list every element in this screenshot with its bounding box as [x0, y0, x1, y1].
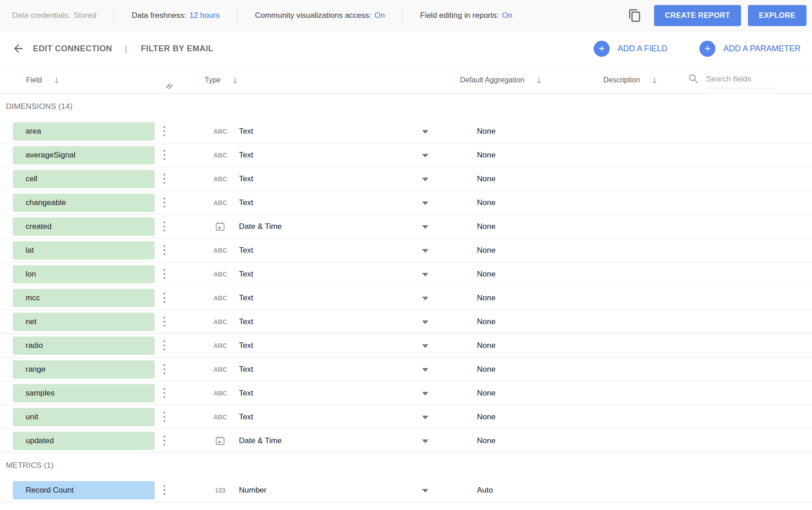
more-options-icon[interactable] [161, 363, 168, 375]
more-options-icon[interactable] [161, 149, 168, 161]
type-select-label[interactable]: Text [239, 365, 253, 374]
column-resize-handle[interactable] [166, 83, 173, 91]
type-select-label[interactable]: Text [239, 198, 253, 207]
field-chip[interactable]: range [13, 360, 155, 379]
type-dropdown-caret-icon[interactable] [422, 201, 428, 205]
type-icon: 123 [210, 486, 231, 494]
aggregation-value[interactable]: None [477, 293, 496, 303]
aggregation-value[interactable]: None [477, 174, 496, 184]
more-options-icon[interactable] [161, 220, 168, 233]
status-value-link[interactable]: On [502, 11, 513, 20]
type-select-label[interactable]: Text [239, 174, 253, 184]
field-chip[interactable]: radio [13, 336, 155, 355]
type-select-label[interactable]: Date & Time [239, 222, 282, 231]
more-options-icon[interactable] [161, 244, 168, 256]
type-select-label[interactable]: Text [239, 293, 253, 303]
type-dropdown-caret-icon[interactable] [422, 344, 428, 348]
field-chip[interactable]: unit [13, 408, 155, 426]
type-dropdown-caret-icon[interactable] [422, 320, 428, 324]
field-chip[interactable]: cell [13, 170, 155, 188]
type-select-label[interactable]: Text [239, 412, 253, 422]
type-select-label[interactable]: Text [239, 127, 253, 136]
copy-icon[interactable] [628, 9, 642, 22]
field-chip[interactable]: averageSignal [13, 146, 155, 164]
more-options-icon[interactable] [161, 292, 168, 304]
field-chip[interactable]: Record Count [13, 481, 155, 499]
more-options-icon[interactable] [161, 196, 168, 209]
more-options-icon[interactable] [161, 125, 168, 137]
type-icon-text: ABC [213, 294, 227, 302]
field-chip[interactable]: created [13, 217, 155, 236]
add-a-field-button[interactable]: + ADD A FIELD [594, 41, 667, 57]
aggregation-value[interactable]: None [477, 412, 496, 422]
type-dropdown-caret-icon[interactable] [422, 154, 428, 157]
sort-icon-description[interactable]: ↓ [651, 75, 658, 85]
field-chip[interactable]: updated [13, 432, 155, 450]
aggregation-value[interactable]: None [477, 389, 496, 398]
type-dropdown-caret-icon[interactable] [422, 273, 428, 277]
type-dropdown-caret-icon[interactable] [422, 297, 428, 300]
status-value-link[interactable]: On [374, 11, 385, 20]
more-options-icon[interactable] [161, 387, 168, 399]
add-a-field-label: ADD A FIELD [617, 44, 667, 54]
aggregation-value[interactable]: Auto [477, 486, 493, 495]
type-select-label[interactable]: Text [239, 246, 253, 255]
aggregation-value[interactable]: None [477, 151, 496, 160]
sort-icon-type[interactable]: ↓ [232, 75, 239, 85]
field-row: averageSignal ABC Text None [0, 143, 812, 167]
more-options-icon[interactable] [161, 268, 168, 280]
status-value: Stored [74, 11, 97, 20]
more-options-icon[interactable] [161, 484, 168, 496]
type-select-label[interactable]: Text [239, 389, 253, 398]
type-dropdown-caret-icon[interactable] [422, 249, 428, 253]
explore-button[interactable]: EXPLORE [748, 5, 807, 26]
type-dropdown-caret-icon[interactable] [422, 392, 428, 396]
aggregation-value[interactable]: None [477, 246, 496, 255]
type-select-label[interactable]: Text [239, 270, 253, 279]
type-select-label[interactable]: Date & Time [239, 436, 282, 445]
edit-connection-button[interactable]: EDIT CONNECTION [33, 44, 112, 54]
filter-by-email-button[interactable]: FILTER BY EMAIL [141, 44, 213, 54]
field-chip[interactable]: samples [13, 384, 155, 402]
type-icon-text: ABC [213, 318, 227, 326]
field-chip[interactable]: area [13, 122, 155, 141]
type-select-label[interactable]: Text [239, 151, 253, 160]
column-header-type-label: Type [205, 76, 221, 84]
aggregation-value[interactable]: None [477, 436, 496, 445]
aggregation-value[interactable]: None [477, 127, 496, 136]
field-row: area ABC Text None [0, 119, 812, 143]
type-select-label[interactable]: Text [239, 317, 253, 326]
search-fields-input[interactable] [706, 72, 776, 88]
field-chip[interactable]: changeable [13, 194, 155, 212]
more-options-icon[interactable] [161, 315, 168, 328]
aggregation-value[interactable]: None [477, 222, 496, 231]
type-select-label[interactable]: Number [239, 486, 266, 495]
type-dropdown-caret-icon[interactable] [422, 489, 428, 493]
type-dropdown-caret-icon[interactable] [422, 368, 428, 372]
field-chip[interactable]: lon [13, 265, 155, 283]
status-value-link[interactable]: 12 hours [189, 11, 220, 20]
aggregation-value[interactable]: None [477, 198, 496, 207]
back-arrow-icon[interactable] [12, 42, 25, 55]
field-chip[interactable]: mcc [13, 289, 155, 307]
create-report-button[interactable]: CREATE REPORT [654, 5, 741, 26]
type-dropdown-caret-icon[interactable] [422, 416, 428, 419]
type-dropdown-caret-icon[interactable] [422, 130, 428, 134]
type-select-label[interactable]: Text [239, 341, 253, 350]
more-options-icon[interactable] [161, 434, 168, 447]
sort-icon-field[interactable]: ↓ [53, 75, 60, 85]
type-dropdown-caret-icon[interactable] [422, 225, 428, 229]
field-chip[interactable]: lat [13, 241, 155, 260]
type-dropdown-caret-icon[interactable] [422, 439, 428, 443]
more-options-icon[interactable] [161, 173, 168, 185]
aggregation-value[interactable]: None [477, 317, 496, 326]
sort-icon-aggregation[interactable]: ↓ [536, 75, 543, 85]
aggregation-value[interactable]: None [477, 270, 496, 279]
add-a-parameter-button[interactable]: + ADD A PARAMETER [699, 41, 801, 57]
type-dropdown-caret-icon[interactable] [422, 178, 428, 181]
more-options-icon[interactable] [161, 339, 168, 352]
field-chip[interactable]: net [13, 313, 155, 331]
aggregation-value[interactable]: None [477, 341, 496, 350]
aggregation-value[interactable]: None [477, 365, 496, 374]
more-options-icon[interactable] [161, 411, 168, 423]
